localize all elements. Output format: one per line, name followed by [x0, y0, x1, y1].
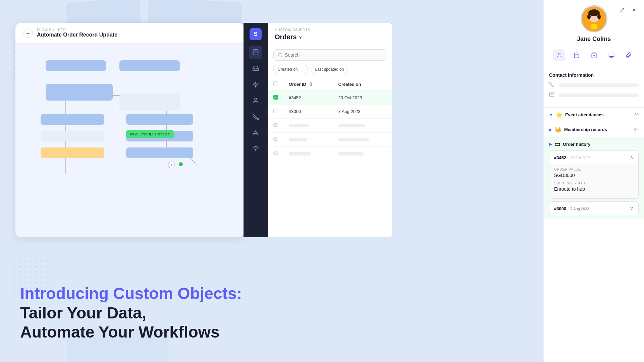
- table-row: [268, 133, 392, 147]
- tab-monitor[interactable]: [605, 49, 618, 61]
- table-row[interactable]: #3000 7 Aug 2023: [268, 105, 392, 119]
- flow-builder-title: Automate Order Record Update: [37, 32, 117, 38]
- tab-person[interactable]: [553, 49, 565, 61]
- close-button[interactable]: [629, 5, 639, 15]
- svg-rect-40: [591, 24, 597, 29]
- membership-records-header[interactable]: ▶ 👑 Membership records 30: [549, 126, 639, 133]
- orders-dropdown-icon[interactable]: ∨: [299, 35, 302, 40]
- panel-header: CUSTOM OBJECTS Orders ∨: [268, 23, 392, 45]
- external-link-button[interactable]: [617, 5, 627, 15]
- membership-records-arrow: ▶: [549, 127, 552, 132]
- nav-logo[interactable]: S: [250, 28, 262, 40]
- contact-panel: Jane Colins: [543, 0, 644, 362]
- flow-node-2: [119, 60, 180, 71]
- event-attendances-count: 30: [634, 113, 639, 117]
- orders-title: Orders ∨: [275, 33, 385, 41]
- event-attendances-header[interactable]: ▼ 🌟 Event attendances 30: [549, 112, 639, 118]
- sidebar-item-database[interactable]: [249, 46, 262, 59]
- svg-point-16: [255, 130, 256, 131]
- order-card-3000[interactable]: #3000 7 Aug 2023 ∨: [549, 201, 639, 215]
- filter-row: Created on Last updated on: [268, 65, 392, 78]
- shipping-status-label: SHIPPING STATUS: [554, 181, 634, 185]
- sidebar-item-inbox[interactable]: [249, 62, 262, 75]
- row-checkbox-cell: [268, 105, 283, 119]
- contact-information-title: Contact Information: [549, 72, 639, 78]
- row-checkbox[interactable]: [273, 109, 278, 113]
- sidebar-item-broadcast[interactable]: [249, 110, 262, 123]
- contact-name: Jane Colins: [549, 36, 639, 43]
- svg-point-23: [278, 53, 281, 56]
- flow-builder-header: ← FLOW BUILDER Automate Order Record Upd…: [15, 23, 244, 44]
- search-input[interactable]: [285, 52, 382, 58]
- order-date: 20 Oct 2023: [571, 156, 591, 160]
- flow-node-9: [126, 147, 193, 158]
- flow-node-green: New Order ID is created: [126, 130, 174, 138]
- filter-last-updated[interactable]: Last updated on: [311, 65, 348, 74]
- membership-records-title: Membership records: [564, 127, 632, 132]
- external-link-icon: [620, 8, 624, 12]
- marketing-highlight: Introducing Custom Objects:: [20, 284, 242, 303]
- email-placeholder: [559, 94, 639, 97]
- close-icon: [632, 8, 636, 12]
- person-tab-icon: [556, 52, 562, 58]
- svg-point-39: [597, 14, 601, 19]
- custom-objects-panel: CUSTOM OBJECTS Orders ∨ Created on Last …: [268, 23, 392, 237]
- order-expand-icon: ∨: [630, 205, 634, 212]
- flow-builder-title-section: FLOW BUILDER Automate Order Record Updat…: [37, 28, 117, 38]
- bag-tab-icon: [591, 52, 597, 58]
- contact-header: Jane Colins: [544, 0, 644, 67]
- sidebar-item-integrations[interactable]: [249, 126, 262, 139]
- svg-line-20: [256, 133, 257, 133]
- add-node-button[interactable]: +: [168, 162, 175, 168]
- flow-builder-label: FLOW BUILDER: [37, 28, 117, 32]
- svg-line-24: [281, 56, 281, 57]
- table-row: [268, 119, 392, 133]
- svg-point-12: [253, 50, 258, 51]
- sidebar-item-flow[interactable]: [249, 78, 262, 91]
- tab-clip[interactable]: [623, 49, 635, 61]
- table-row[interactable]: #3452 20 Oct 2023: [268, 91, 392, 105]
- order-collapse-icon: ∧: [630, 154, 634, 161]
- order-id-section: #3452 20 Oct 2023: [554, 155, 591, 161]
- filter-created-on[interactable]: Created on: [273, 65, 308, 74]
- order-card-header-3452[interactable]: #3452 20 Oct 2023 ∧: [549, 151, 638, 164]
- tab-database[interactable]: [571, 49, 583, 61]
- sidebar-item-channels[interactable]: [249, 142, 262, 156]
- svg-rect-44: [609, 53, 614, 57]
- phone-placeholder: [559, 83, 639, 87]
- order-id-badge-3000: #3000: [554, 206, 566, 211]
- order-id-column-label: Order ID: [289, 82, 306, 87]
- row-checkbox[interactable]: [273, 95, 278, 100]
- event-attendances-section: ▼ 🌟 Event attendances 30: [544, 107, 644, 122]
- order-id-badge: #3452: [554, 155, 566, 160]
- order-card-3452: #3452 20 Oct 2023 ∧ ORDER VALUE SGD3000 …: [549, 150, 639, 199]
- membership-records-section: ▶ 👑 Membership records 30: [544, 122, 644, 137]
- table-header-created-on[interactable]: Created on: [333, 78, 392, 91]
- contact-actions-top: [617, 5, 639, 15]
- event-attendances-arrow: ▼: [549, 113, 553, 117]
- tab-bag[interactable]: [588, 49, 600, 61]
- select-all-checkbox[interactable]: [273, 81, 278, 86]
- svg-line-21: [254, 133, 255, 133]
- contact-tabs: [549, 47, 639, 61]
- event-attendances-icon: 🌟: [556, 112, 562, 118]
- table-cell-created-on: 7 Aug 2023: [333, 105, 392, 119]
- back-arrow-icon: ←: [25, 30, 31, 36]
- sidebar-item-contacts[interactable]: [249, 94, 262, 107]
- order-date-3000: 7 Aug 2023: [571, 207, 589, 211]
- marketing-normal-1: Tailor Your Data,: [20, 303, 242, 323]
- flow-node-7: [126, 114, 193, 125]
- row-checkbox: [273, 123, 278, 127]
- orders-title-text: Orders: [275, 33, 297, 41]
- filter-last-updated-label: Last updated on: [315, 67, 344, 72]
- back-button[interactable]: ←: [23, 28, 33, 38]
- order-history-header[interactable]: ▶ 🗃 Order history: [549, 141, 639, 147]
- svg-point-41: [558, 53, 560, 55]
- flow-node-4: [119, 94, 180, 111]
- order-value-label: ORDER VALUE: [554, 168, 634, 171]
- flow-canvas: New Order ID is created +: [15, 44, 244, 237]
- search-bar[interactable]: [273, 49, 386, 61]
- table-header-order-id[interactable]: Order ID ⇅: [283, 78, 333, 91]
- flow-node-6: [41, 131, 104, 141]
- table-row: [268, 147, 392, 161]
